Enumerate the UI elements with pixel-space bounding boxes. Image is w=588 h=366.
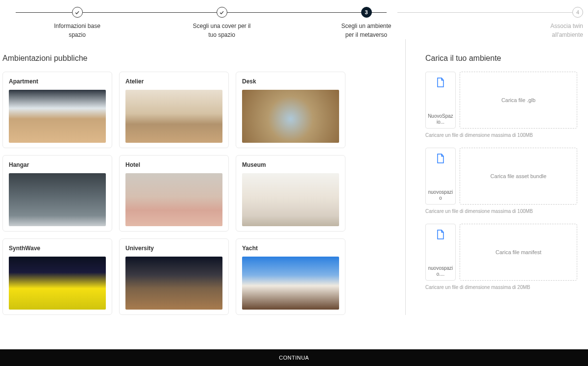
public-environments-panel: Ambientazioni pubbliche Apartment Atelie… [1,39,406,315]
env-card-university[interactable]: University [119,238,229,315]
step-circle-future: 4 [572,7,583,18]
env-thumbnail [9,90,106,143]
upload-block-assetbundle: nuovospazio Carica file asset bundle Car… [425,148,577,214]
step-connector [201,12,387,13]
env-card-title: Desk [242,78,339,85]
env-thumbnail [125,257,222,310]
upload-hint: Caricare un file di dimensione massima d… [425,285,577,290]
step-cover[interactable]: Scegli una cover per il tuo spazio [149,7,294,39]
env-thumbnail [9,173,106,226]
step-connector [397,12,572,13]
uploaded-file[interactable]: NuovoSpazio... [425,72,456,129]
step-label: Scegli una cover per il tuo spazio [193,22,251,39]
file-icon [436,229,445,240]
step-circle-done [72,7,83,18]
step-label: Informazioni base spazio [48,22,107,39]
env-card-title: Atelier [125,78,222,85]
env-card-title: Hotel [125,161,222,168]
env-card-apartment[interactable]: Apartment [2,72,112,148]
dropzone-glb[interactable]: Carica file .glb [460,72,577,129]
section-title: Ambientazioni pubbliche [2,54,405,63]
continue-button[interactable]: CONTINUA [0,349,588,354]
file-icon [436,153,445,164]
file-name: NuovoSpazio... [428,113,453,125]
env-thumbnail [125,173,222,226]
file-name: nuovospazio.... [428,265,453,277]
dropzone-label: Carica file asset bundle [490,173,546,179]
env-thumbnail [125,90,222,143]
dropzone-manifest[interactable]: Carica file manifest [460,224,577,281]
upload-hint: Caricare un file di dimensione massima d… [425,209,577,214]
file-icon [436,77,445,88]
step-label: Scegli un ambiente per il metaverso [337,22,396,39]
env-card-title: Yacht [242,245,339,252]
environment-grid: Apartment Atelier Desk Hangar Hotel Muse… [2,72,345,315]
env-card-hotel[interactable]: Hotel [119,155,229,232]
env-card-title: Apartment [9,78,106,85]
step-circle-active: 3 [361,7,372,18]
env-thumbnail [9,257,106,310]
env-thumbnail [242,173,339,226]
step-connector [16,12,201,13]
upload-panel: Carica il tuo ambiente NuovoSpazio... Ca… [425,39,587,315]
step-label: Associa twin all'ambiente [524,22,583,39]
stepper: Informazioni base spazio Scegli una cove… [0,0,588,39]
env-card-atelier[interactable]: Atelier [119,72,229,148]
env-card-yacht[interactable]: Yacht [236,238,345,315]
upload-hint: Caricare un file di dimensione massima d… [425,132,577,138]
step-ambiente[interactable]: 3 Scegli un ambiente per il metaverso [294,7,439,39]
step-twin: 4 Associa twin all'ambiente [439,7,583,39]
uploaded-file[interactable]: nuovospazio.... [425,224,456,281]
env-card-title: University [125,245,222,252]
dropzone-assetbundle[interactable]: Carica file asset bundle [460,148,577,205]
step-informazioni[interactable]: Informazioni base spazio [5,7,149,39]
env-card-title: Hangar [9,161,106,168]
uploaded-file[interactable]: nuovospazio [425,148,456,205]
dropzone-label: Carica file manifest [495,249,541,255]
check-icon [74,10,80,15]
env-card-synthwave[interactable]: SynthWave [2,238,112,315]
check-icon [219,10,224,15]
step-circle-done [217,7,227,18]
env-thumbnail [242,257,339,310]
section-title: Carica il tuo ambiente [425,54,577,63]
env-card-desk[interactable]: Desk [236,72,345,148]
env-card-hangar[interactable]: Hangar [2,155,112,232]
env-card-museum[interactable]: Museum [236,155,345,232]
dropzone-label: Carica file .glb [501,97,536,103]
upload-block-glb: NuovoSpazio... Carica file .glb Caricare… [425,72,577,138]
env-card-title: Museum [242,161,339,168]
main-content: Ambientazioni pubbliche Apartment Atelie… [0,39,588,354]
env-thumbnail [242,90,339,143]
env-card-title: SynthWave [9,245,106,252]
file-name: nuovospazio [428,189,453,201]
upload-block-manifest: nuovospazio.... Carica file manifest Car… [425,224,577,290]
